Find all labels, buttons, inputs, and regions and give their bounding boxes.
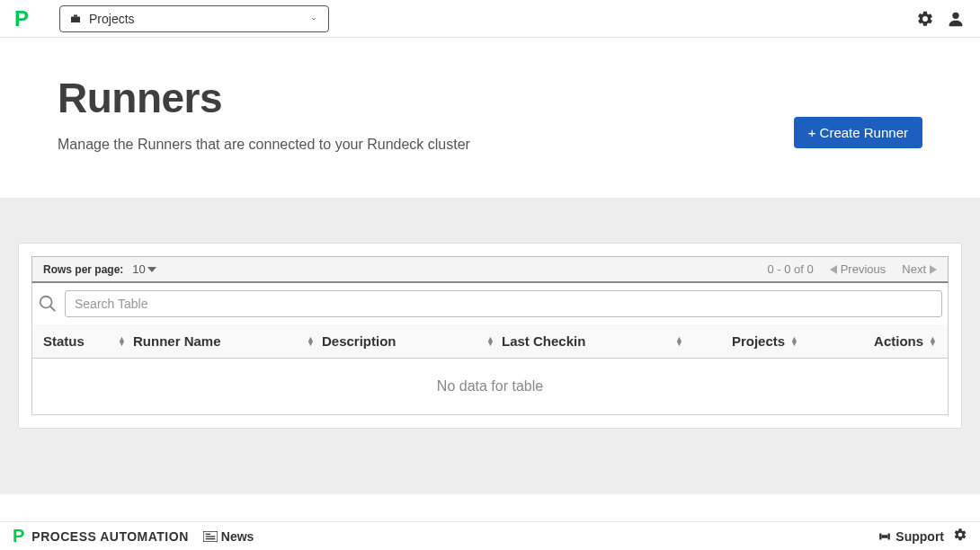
user-icon <box>946 9 966 29</box>
sort-icon: ▲▼ <box>790 337 798 346</box>
footer-logo-icon: P <box>13 526 24 546</box>
page-title: Runners <box>58 74 794 122</box>
previous-button[interactable]: Previous <box>830 262 886 276</box>
svg-marker-3 <box>830 265 837 274</box>
table-toolbar: Rows per page: 10 0 - 0 of 0 Previous Ne… <box>31 256 949 283</box>
user-button[interactable] <box>946 9 966 29</box>
settings-button[interactable] <box>915 9 935 29</box>
column-header-runner-name[interactable]: Runner Name ▲▼ <box>133 333 322 349</box>
projects-dropdown[interactable]: Projects <box>59 5 329 32</box>
sort-icon: ▲▼ <box>118 337 126 346</box>
svg-marker-4 <box>930 265 937 274</box>
support-label: Support <box>895 529 944 544</box>
search-row <box>31 283 949 324</box>
gear-icon <box>953 528 967 542</box>
column-header-status[interactable]: Status ▲▼ <box>43 333 133 349</box>
sort-icon: ▲▼ <box>486 337 494 346</box>
create-runner-button[interactable]: + Create Runner <box>794 117 922 148</box>
svg-rect-12 <box>888 533 890 539</box>
next-label: Next <box>902 262 926 276</box>
caret-right-icon <box>930 265 937 274</box>
footer-bar: P PROCESS AUTOMATION News Support <box>0 521 980 550</box>
svg-point-5 <box>40 297 52 308</box>
caret-left-icon <box>830 265 837 274</box>
search-input[interactable] <box>65 290 942 317</box>
search-icon <box>38 294 58 314</box>
projects-label: Projects <box>89 12 135 26</box>
top-bar: P Projects <box>0 0 980 38</box>
rows-per-page-label: Rows per page: <box>43 263 123 276</box>
svg-rect-13 <box>882 535 888 538</box>
svg-point-2 <box>952 12 958 18</box>
logo-icon: P <box>14 6 29 31</box>
header-section: Runners Manage the Runners that are conn… <box>0 38 980 198</box>
news-icon <box>203 531 218 542</box>
news-label: News <box>221 529 254 544</box>
column-header-last-checkin[interactable]: Last Checkin ▲▼ <box>502 333 690 349</box>
svg-rect-1 <box>74 14 77 16</box>
svg-rect-0 <box>71 16 80 22</box>
pagination-range: 0 - 0 of 0 <box>767 262 813 276</box>
runners-table-card: Rows per page: 10 0 - 0 of 0 Previous Ne… <box>18 243 962 429</box>
support-icon <box>878 530 892 543</box>
gear-icon <box>916 10 934 28</box>
support-link[interactable]: Support <box>878 529 944 544</box>
page-subtitle: Manage the Runners that are connected to… <box>58 137 794 153</box>
sort-icon: ▲▼ <box>929 337 937 346</box>
column-header-projects[interactable]: Projects ▲▼ <box>690 333 798 349</box>
caret-down-icon <box>147 267 156 272</box>
footer-settings-button[interactable] <box>953 528 967 545</box>
rows-per-page-selector[interactable]: 10 <box>132 262 156 276</box>
footer-brand: PROCESS AUTOMATION <box>31 529 188 544</box>
table-header-row: Status ▲▼ Runner Name ▲▼ Description ▲▼ … <box>31 324 949 359</box>
column-header-actions[interactable]: Actions ▲▼ <box>798 333 937 349</box>
news-link[interactable]: News <box>203 529 254 544</box>
svg-line-6 <box>50 306 56 312</box>
content-section: Rows per page: 10 0 - 0 of 0 Previous Ne… <box>0 198 980 494</box>
briefcase-icon <box>69 13 82 24</box>
svg-rect-11 <box>880 533 882 539</box>
sort-icon: ▲▼ <box>675 337 683 346</box>
next-button[interactable]: Next <box>902 262 937 276</box>
empty-state: No data for table <box>31 359 949 415</box>
previous-label: Previous <box>841 262 886 276</box>
rows-per-page-value: 10 <box>132 262 145 276</box>
chevron-down-icon <box>308 15 319 22</box>
column-header-description[interactable]: Description ▲▼ <box>322 333 502 349</box>
sort-icon: ▲▼ <box>307 337 315 346</box>
